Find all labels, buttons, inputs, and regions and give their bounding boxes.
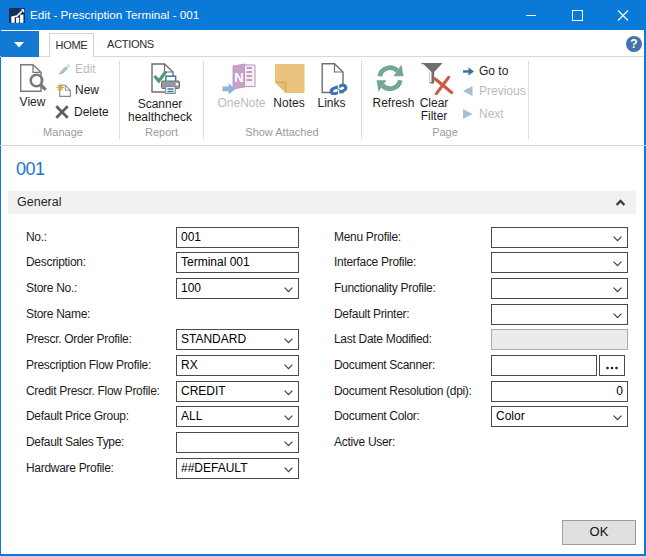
svg-text:N: N (234, 70, 243, 85)
